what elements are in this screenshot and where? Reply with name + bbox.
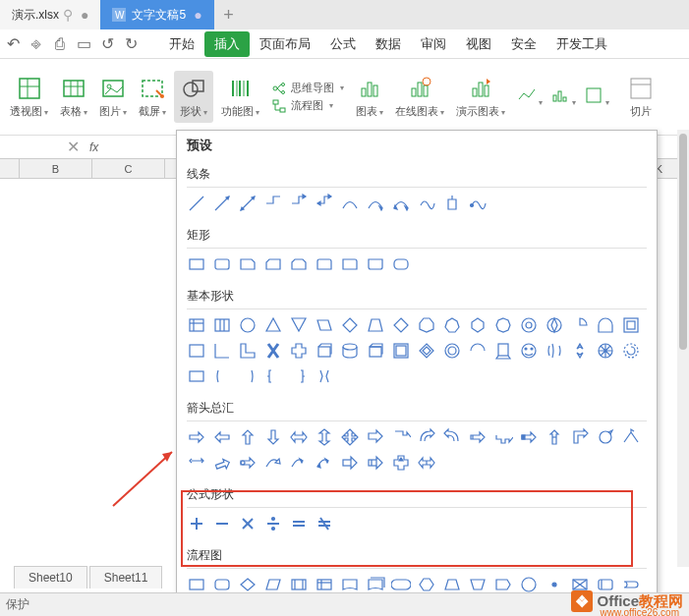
shape-arrow-16[interactable] (596, 427, 615, 447)
shape-rect-4[interactable] (289, 254, 309, 274)
shape-formula-3[interactable] (263, 514, 283, 533)
shape-arrow-11[interactable] (468, 427, 488, 447)
shape-basic-36[interactable] (187, 366, 206, 386)
shape-formula-2[interactable] (238, 514, 258, 533)
shape-rect-1[interactable] (212, 254, 232, 274)
shape-flow-4[interactable] (289, 575, 309, 594)
flowchart-button[interactable]: 流程图▾ (271, 98, 344, 114)
shape-formula-0[interactable] (187, 514, 206, 533)
shape-line-10[interactable] (442, 194, 462, 213)
shape-basic-10[interactable] (442, 315, 462, 335)
shape-basic-26[interactable] (391, 341, 411, 361)
shape-rect-7[interactable] (366, 254, 385, 274)
ribbon-barcode[interactable]: 功能图▾ (217, 71, 263, 123)
shape-arrow-18[interactable] (187, 453, 206, 473)
shape-basic-5[interactable] (315, 315, 334, 335)
menu-数据[interactable]: 数据 (366, 31, 411, 57)
panel-scrollbar[interactable] (677, 130, 689, 567)
shape-flow-13[interactable] (519, 575, 539, 594)
shape-arrow-21[interactable] (263, 453, 283, 473)
shape-arrow-5[interactable] (315, 427, 334, 447)
shape-basic-18[interactable] (187, 341, 206, 361)
shape-basic-19[interactable] (212, 341, 232, 361)
shape-arrow-3[interactable] (263, 427, 283, 447)
shape-basic-17[interactable] (621, 315, 641, 335)
close-icon[interactable]: ● (81, 7, 88, 23)
shape-basic-31[interactable] (519, 341, 539, 361)
shape-arrow-17[interactable] (621, 427, 641, 447)
print-icon[interactable]: ⎙ (51, 35, 69, 53)
shape-flow-3[interactable] (263, 575, 283, 594)
shape-flow-1[interactable] (212, 575, 232, 594)
shape-flow-6[interactable] (340, 575, 360, 594)
slicer-button[interactable]: 切片 (623, 73, 659, 121)
sparkline-button[interactable]: ▾ (517, 85, 543, 109)
shape-basic-29[interactable] (468, 341, 488, 361)
shape-basic-3[interactable] (263, 315, 283, 335)
shape-rect-8[interactable] (391, 254, 411, 274)
shape-rect-5[interactable] (315, 254, 334, 274)
shape-arrow-19[interactable] (212, 453, 232, 473)
shape-basic-12[interactable] (493, 315, 513, 335)
sparkwin-button[interactable]: ▾ (584, 85, 609, 109)
preview-icon[interactable]: ▭ (75, 35, 92, 53)
corner-cell[interactable] (0, 159, 20, 178)
cancel-icon[interactable]: ✕ (63, 138, 84, 156)
shape-flow-0[interactable] (187, 575, 206, 594)
shape-line-5[interactable] (315, 194, 334, 213)
shape-basic-33[interactable] (570, 341, 590, 361)
shape-rect-0[interactable] (187, 254, 206, 274)
shape-line-3[interactable] (263, 194, 283, 213)
shape-basic-20[interactable] (238, 341, 258, 361)
shape-basic-15[interactable] (570, 315, 590, 335)
shape-line-4[interactable] (289, 194, 309, 213)
menu-公式[interactable]: 公式 (320, 31, 366, 57)
menu-页面布局[interactable]: 页面布局 (250, 31, 320, 57)
sheet-tab[interactable]: Sheet11 (89, 566, 163, 588)
shape-flow-8[interactable] (391, 575, 411, 594)
shape-basic-32[interactable] (545, 341, 564, 361)
shape-basic-21[interactable] (263, 341, 283, 361)
menu-安全[interactable]: 安全 (501, 31, 546, 57)
shape-basic-2[interactable] (238, 315, 258, 335)
shape-basic-11[interactable] (468, 315, 488, 335)
shape-line-6[interactable] (340, 194, 360, 213)
mindmap-button[interactable]: 思维导图▾ (271, 81, 344, 96)
shape-basic-28[interactable] (442, 341, 462, 361)
shape-basic-35[interactable] (621, 341, 641, 361)
shape-arrow-10[interactable] (442, 427, 462, 447)
shape-basic-16[interactable] (596, 315, 615, 335)
shape-arrow-12[interactable] (493, 427, 513, 447)
menu-视图[interactable]: 视图 (456, 31, 501, 57)
shape-basic-27[interactable] (417, 341, 436, 361)
shape-arrow-23[interactable] (315, 453, 334, 473)
ribbon-picture[interactable]: 图片▾ (95, 71, 131, 123)
ribbon-pivot[interactable]: 透视图▾ (6, 71, 52, 123)
shape-flow-14[interactable] (545, 575, 564, 594)
shape-arrow-4[interactable] (289, 427, 309, 447)
close-icon[interactable]: ● (194, 7, 201, 23)
shape-line-2[interactable] (238, 194, 258, 213)
shape-basic-7[interactable] (366, 315, 385, 335)
shape-rect-3[interactable] (263, 254, 283, 274)
sparkbar-button[interactable]: ▾ (550, 85, 576, 109)
ribbon-demo-chart[interactable]: 演示图表▾ (452, 73, 509, 121)
shape-arrow-25[interactable] (366, 453, 385, 473)
shape-basic-40[interactable] (289, 366, 309, 386)
ribbon-shapes[interactable]: 形状▾ (174, 71, 213, 123)
menu-审阅[interactable]: 审阅 (411, 31, 456, 57)
shape-line-7[interactable] (366, 194, 385, 213)
shape-basic-13[interactable] (519, 315, 539, 335)
ribbon-table[interactable]: 表格▾ (56, 71, 91, 123)
redo2-icon[interactable]: ↻ (122, 35, 140, 53)
undo2-icon[interactable]: ↺ (98, 35, 116, 53)
shape-basic-39[interactable] (263, 366, 283, 386)
shape-arrow-22[interactable] (289, 453, 309, 473)
menu-插入[interactable]: 插入 (204, 31, 250, 57)
shape-rect-6[interactable] (340, 254, 360, 274)
shape-arrow-9[interactable] (417, 427, 436, 447)
shape-rect-2[interactable] (238, 254, 258, 274)
shape-basic-41[interactable] (315, 366, 334, 386)
shape-flow-9[interactable] (417, 575, 436, 594)
shape-line-0[interactable] (187, 194, 206, 213)
